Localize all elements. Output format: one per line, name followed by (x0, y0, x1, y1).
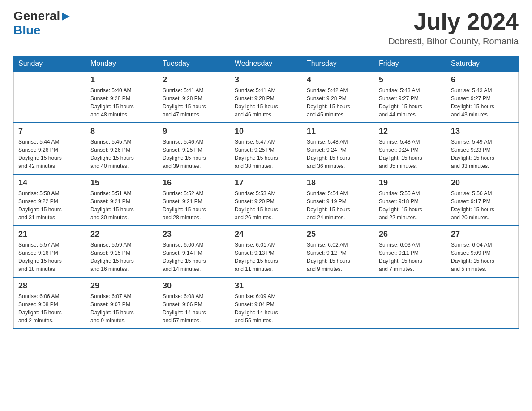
weekday-header-saturday: Saturday (446, 56, 519, 72)
calendar-body: 1Sunrise: 5:40 AM Sunset: 9:28 PM Daylig… (14, 72, 519, 329)
calendar-cell: 23Sunrise: 6:00 AM Sunset: 9:14 PM Dayli… (158, 226, 230, 277)
calendar-cell: 28Sunrise: 6:06 AM Sunset: 9:08 PM Dayli… (14, 277, 86, 329)
calendar-week-row: 21Sunrise: 5:57 AM Sunset: 9:16 PM Dayli… (14, 226, 519, 277)
calendar-cell: 13Sunrise: 5:49 AM Sunset: 9:23 PM Dayli… (446, 123, 519, 174)
day-info: Sunrise: 5:45 AM Sunset: 9:26 PM Dayligh… (90, 138, 153, 170)
day-info: Sunrise: 6:09 AM Sunset: 9:04 PM Dayligh… (235, 292, 297, 325)
weekday-header-sunday: Sunday (14, 56, 86, 72)
calendar-cell: 11Sunrise: 5:48 AM Sunset: 9:24 PM Dayli… (302, 123, 374, 174)
calendar-cell: 18Sunrise: 5:54 AM Sunset: 9:19 PM Dayli… (302, 174, 374, 226)
day-info: Sunrise: 5:51 AM Sunset: 9:21 PM Dayligh… (90, 189, 153, 222)
month-year-title: July 2024 (388, 9, 519, 34)
calendar-cell: 16Sunrise: 5:52 AM Sunset: 9:21 PM Dayli… (158, 174, 230, 226)
calendar-cell: 1Sunrise: 5:40 AM Sunset: 9:28 PM Daylig… (86, 72, 158, 123)
day-info: Sunrise: 6:07 AM Sunset: 9:07 PM Dayligh… (90, 292, 153, 325)
day-info: Sunrise: 5:49 AM Sunset: 9:23 PM Dayligh… (451, 138, 514, 170)
calendar-cell (374, 277, 446, 329)
day-number: 5 (379, 75, 442, 85)
day-info: Sunrise: 5:56 AM Sunset: 9:17 PM Dayligh… (451, 189, 514, 222)
calendar-cell: 6Sunrise: 5:43 AM Sunset: 9:27 PM Daylig… (446, 72, 519, 123)
day-number: 3 (235, 75, 297, 85)
logo: General Blue (13, 9, 71, 38)
day-info: Sunrise: 6:03 AM Sunset: 9:11 PM Dayligh… (379, 241, 442, 273)
day-info: Sunrise: 5:47 AM Sunset: 9:25 PM Dayligh… (235, 138, 297, 170)
weekday-header-friday: Friday (374, 56, 446, 72)
day-number: 14 (18, 178, 81, 188)
calendar-cell: 21Sunrise: 5:57 AM Sunset: 9:16 PM Dayli… (14, 226, 86, 277)
day-number: 21 (18, 230, 81, 239)
day-number: 19 (379, 178, 442, 188)
day-number: 4 (307, 75, 369, 85)
calendar-cell: 7Sunrise: 5:44 AM Sunset: 9:26 PM Daylig… (14, 123, 86, 174)
day-number: 29 (90, 281, 153, 291)
calendar-cell: 4Sunrise: 5:42 AM Sunset: 9:28 PM Daylig… (302, 72, 374, 123)
calendar-header: SundayMondayTuesdayWednesdayThursdayFrid… (14, 56, 519, 72)
calendar-cell: 25Sunrise: 6:02 AM Sunset: 9:12 PM Dayli… (302, 226, 374, 277)
weekday-header-tuesday: Tuesday (158, 56, 230, 72)
day-number: 10 (235, 127, 297, 136)
day-info: Sunrise: 5:41 AM Sunset: 9:28 PM Dayligh… (235, 86, 297, 119)
day-number: 12 (379, 127, 442, 136)
day-info: Sunrise: 5:53 AM Sunset: 9:20 PM Dayligh… (235, 189, 297, 222)
calendar-week-row: 1Sunrise: 5:40 AM Sunset: 9:28 PM Daylig… (14, 72, 519, 123)
logo-blue-text: Blue (13, 23, 41, 37)
day-number: 15 (90, 178, 153, 188)
day-info: Sunrise: 6:04 AM Sunset: 9:09 PM Dayligh… (451, 241, 514, 273)
day-info: Sunrise: 5:52 AM Sunset: 9:21 PM Dayligh… (163, 189, 225, 222)
calendar-cell: 31Sunrise: 6:09 AM Sunset: 9:04 PM Dayli… (230, 277, 302, 329)
weekday-header-wednesday: Wednesday (230, 56, 302, 72)
weekday-header-thursday: Thursday (302, 56, 374, 72)
logo-general-text: General (13, 9, 60, 23)
calendar-cell: 29Sunrise: 6:07 AM Sunset: 9:07 PM Dayli… (86, 277, 158, 329)
day-number: 30 (163, 281, 225, 291)
calendar-cell: 12Sunrise: 5:48 AM Sunset: 9:24 PM Dayli… (374, 123, 446, 174)
calendar-cell: 22Sunrise: 5:59 AM Sunset: 9:15 PM Dayli… (86, 226, 158, 277)
day-number: 8 (90, 127, 153, 136)
calendar-table: SundayMondayTuesdayWednesdayThursdayFrid… (13, 56, 519, 329)
day-number: 25 (307, 230, 369, 239)
day-info: Sunrise: 5:46 AM Sunset: 9:25 PM Dayligh… (163, 138, 225, 170)
day-number: 31 (235, 281, 297, 291)
day-info: Sunrise: 5:40 AM Sunset: 9:28 PM Dayligh… (90, 86, 153, 119)
day-number: 22 (90, 230, 153, 239)
calendar-cell: 2Sunrise: 5:41 AM Sunset: 9:28 PM Daylig… (158, 72, 230, 123)
calendar-cell: 24Sunrise: 6:01 AM Sunset: 9:13 PM Dayli… (230, 226, 302, 277)
calendar-cell: 15Sunrise: 5:51 AM Sunset: 9:21 PM Dayli… (86, 174, 158, 226)
calendar-cell: 20Sunrise: 5:56 AM Sunset: 9:17 PM Dayli… (446, 174, 519, 226)
calendar-week-row: 14Sunrise: 5:50 AM Sunset: 9:22 PM Dayli… (14, 174, 519, 226)
day-number: 28 (18, 281, 81, 291)
day-info: Sunrise: 5:44 AM Sunset: 9:26 PM Dayligh… (18, 138, 81, 170)
calendar-cell (302, 277, 374, 329)
calendar-cell: 9Sunrise: 5:46 AM Sunset: 9:25 PM Daylig… (158, 123, 230, 174)
day-number: 6 (451, 75, 514, 85)
day-number: 20 (451, 178, 514, 188)
page-header: General Blue July 2024 Dobresti, Bihor C… (13, 9, 519, 47)
day-info: Sunrise: 5:48 AM Sunset: 9:24 PM Dayligh… (379, 138, 442, 170)
day-info: Sunrise: 6:00 AM Sunset: 9:14 PM Dayligh… (163, 241, 225, 273)
calendar-cell (446, 277, 519, 329)
calendar-cell: 27Sunrise: 6:04 AM Sunset: 9:09 PM Dayli… (446, 226, 519, 277)
day-number: 27 (451, 230, 514, 239)
day-number: 24 (235, 230, 297, 239)
day-number: 1 (90, 75, 153, 85)
svg-marker-0 (62, 13, 70, 21)
calendar-cell: 14Sunrise: 5:50 AM Sunset: 9:22 PM Dayli… (14, 174, 86, 226)
day-info: Sunrise: 5:48 AM Sunset: 9:24 PM Dayligh… (307, 138, 369, 170)
calendar-week-row: 7Sunrise: 5:44 AM Sunset: 9:26 PM Daylig… (14, 123, 519, 174)
day-number: 11 (307, 127, 369, 136)
day-number: 26 (379, 230, 442, 239)
calendar-cell: 10Sunrise: 5:47 AM Sunset: 9:25 PM Dayli… (230, 123, 302, 174)
day-number: 7 (18, 127, 81, 136)
day-info: Sunrise: 5:57 AM Sunset: 9:16 PM Dayligh… (18, 241, 81, 273)
day-number: 9 (163, 127, 225, 136)
calendar-cell: 17Sunrise: 5:53 AM Sunset: 9:20 PM Dayli… (230, 174, 302, 226)
day-number: 18 (307, 178, 369, 188)
day-info: Sunrise: 5:43 AM Sunset: 9:27 PM Dayligh… (379, 86, 442, 119)
day-number: 13 (451, 127, 514, 136)
day-info: Sunrise: 5:41 AM Sunset: 9:28 PM Dayligh… (163, 86, 225, 119)
calendar-cell: 30Sunrise: 6:08 AM Sunset: 9:06 PM Dayli… (158, 277, 230, 329)
title-block: July 2024 Dobresti, Bihor County, Romani… (388, 9, 519, 47)
day-info: Sunrise: 5:43 AM Sunset: 9:27 PM Dayligh… (451, 86, 514, 119)
calendar-cell: 3Sunrise: 5:41 AM Sunset: 9:28 PM Daylig… (230, 72, 302, 123)
calendar-cell: 26Sunrise: 6:03 AM Sunset: 9:11 PM Dayli… (374, 226, 446, 277)
